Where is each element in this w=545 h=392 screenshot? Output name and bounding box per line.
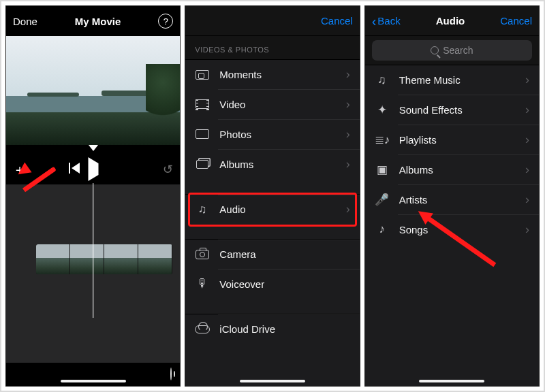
music-note-icon: ♫	[195, 203, 210, 216]
row-label: Artists	[399, 194, 516, 206]
panel-editor: Done My Movie ? ＋ ↻	[5, 5, 181, 387]
row-songs[interactable]: ♪ Songs ›	[365, 214, 539, 244]
video-icon	[195, 97, 210, 112]
artist-icon: 🎤	[375, 193, 390, 207]
row-label: Camera	[219, 248, 349, 260]
editor-header: Done My Movie ?	[6, 6, 180, 36]
chevron-right-icon: ›	[525, 73, 529, 87]
transport-controls: ＋ ↻	[6, 156, 180, 183]
chevron-right-icon: ›	[525, 223, 529, 237]
panels-row: Done My Movie ? ＋ ↻	[5, 5, 540, 387]
back-label: Back	[377, 15, 400, 27]
playhead-line[interactable]	[93, 183, 94, 318]
chevron-right-icon: ›	[525, 103, 529, 117]
row-label: iCloud Drive	[219, 323, 349, 335]
add-media-button[interactable]: ＋	[13, 161, 27, 179]
row-label: Audio	[219, 203, 336, 215]
skip-back-icon	[69, 163, 80, 174]
video-preview[interactable]	[6, 36, 180, 145]
tutorial-composite: Done My Movie ? ＋ ↻	[0, 0, 545, 392]
sparkle-icon: ✦	[375, 103, 390, 117]
row-label: Sound Effects	[399, 104, 516, 116]
row-artists[interactable]: 🎤 Artists ›	[365, 184, 539, 214]
microphone-icon: 🎙	[195, 277, 210, 291]
clip-thumb	[104, 244, 138, 274]
chevron-right-icon: ›	[525, 163, 529, 177]
row-voiceover[interactable]: 🎙 Voiceover	[185, 269, 359, 299]
play-icon	[88, 157, 98, 181]
row-albums[interactable]: Albums ›	[185, 149, 359, 179]
row-photos[interactable]: Photos ›	[185, 119, 359, 149]
audio-header: ‹Back Audio Cancel	[365, 6, 539, 36]
panel-audio-browser: ‹Back Audio Cancel Search ♫ Theme Music …	[364, 5, 540, 387]
chevron-right-icon: ›	[346, 67, 350, 82]
song-icon: ♪	[375, 223, 390, 236]
cancel-button[interactable]: Cancel	[500, 15, 532, 27]
help-button[interactable]: ?	[158, 14, 173, 29]
row-label: Photos	[219, 129, 336, 140]
playhead-caret-icon	[89, 145, 98, 151]
playlist-icon: ≣♪	[375, 133, 390, 147]
search-icon	[431, 46, 439, 54]
gear-icon	[170, 368, 172, 380]
panel-media-picker: Cancel VIDEOS & PHOTOS Moments › Video ›…	[185, 5, 360, 387]
clip-thumb	[36, 244, 70, 274]
camera-icon	[195, 247, 210, 262]
chevron-right-icon: ›	[346, 127, 350, 142]
cloud-icon	[195, 322, 210, 337]
row-label: Albums	[219, 159, 336, 170]
chevron-right-icon: ›	[525, 193, 529, 207]
clip-thumb	[70, 244, 104, 274]
row-camera[interactable]: Camera	[185, 239, 359, 269]
clip-thumb	[138, 244, 172, 274]
clip-strip[interactable]	[36, 244, 172, 274]
albums-icon	[195, 157, 210, 172]
chevron-right-icon: ›	[525, 133, 529, 147]
chevron-right-icon: ›	[346, 157, 350, 172]
home-indicator	[419, 380, 484, 382]
row-label: Albums	[399, 164, 516, 176]
row-sound-effects[interactable]: ✦ Sound Effects ›	[365, 95, 539, 125]
row-label: Songs	[399, 224, 516, 235]
search-input[interactable]: Search	[372, 40, 532, 61]
undo-button[interactable]: ↻	[163, 162, 173, 177]
play-button[interactable]	[88, 163, 98, 176]
row-icloud-drive[interactable]: iCloud Drive	[185, 314, 359, 344]
row-playlists[interactable]: ≣♪ Playlists ›	[365, 125, 539, 154]
row-label: Theme Music	[399, 74, 516, 86]
search-placeholder: Search	[443, 45, 473, 56]
photos-icon	[195, 127, 210, 142]
cancel-button[interactable]: Cancel	[321, 15, 353, 27]
moments-icon	[195, 67, 210, 82]
row-label: Moments	[219, 69, 336, 80]
done-button[interactable]: Done	[13, 16, 37, 27]
row-theme-music[interactable]: ♫ Theme Music ›	[365, 65, 539, 95]
screen-title: Audio	[436, 15, 465, 27]
home-indicator	[240, 380, 305, 382]
row-audio[interactable]: ♫ Audio ›	[185, 194, 359, 224]
skip-back-button[interactable]	[69, 163, 80, 176]
chevron-right-icon: ›	[346, 202, 350, 216]
back-button[interactable]: ‹Back	[372, 15, 401, 27]
album-icon: ▣	[375, 163, 390, 177]
chevron-right-icon: ›	[346, 97, 350, 112]
project-title: My Movie	[75, 16, 121, 27]
music-note-icon: ♫	[375, 74, 390, 87]
row-albums[interactable]: ▣ Albums ›	[365, 154, 539, 184]
search-bar-wrap: Search	[365, 36, 539, 65]
settings-button[interactable]	[170, 368, 172, 380]
row-label: Playlists	[399, 134, 516, 146]
row-video[interactable]: Video ›	[185, 89, 359, 119]
row-moments[interactable]: Moments ›	[185, 59, 359, 89]
picker-header: Cancel	[185, 6, 359, 36]
row-label: Video	[219, 99, 336, 110]
section-header-videos-photos: VIDEOS & PHOTOS	[185, 36, 359, 59]
home-indicator	[61, 380, 126, 382]
undo-icon: ↻	[163, 162, 173, 177]
row-label: Voiceover	[219, 278, 349, 290]
